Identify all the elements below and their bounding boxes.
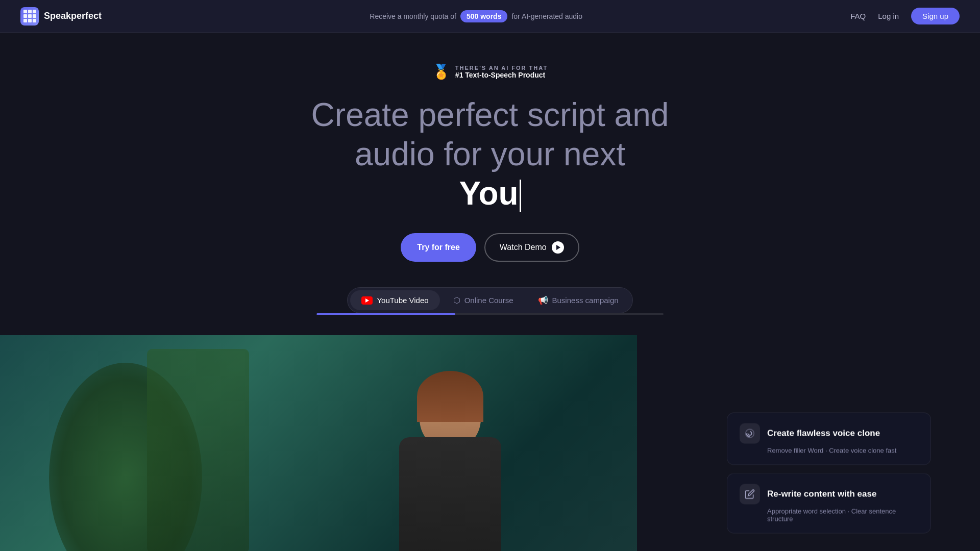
- hero-section: 🏅 THERE'S AN AI FOR THAT #1 Text-to-Spee…: [0, 33, 980, 335]
- heading-typed-line: You: [311, 174, 669, 213]
- cursor-blink: [520, 180, 521, 212]
- faq-link[interactable]: FAQ: [850, 12, 866, 20]
- nav-quota-message: Receive a monthly quota of 500 words for…: [370, 10, 582, 22]
- media-wrapper: Create flawless voice clone Remove fille…: [0, 335, 980, 551]
- award-subtitle: THERE'S AN AI FOR THAT: [455, 65, 548, 71]
- quota-prefix: Receive a monthly quota of: [370, 12, 456, 20]
- hero-heading: Create perfect script and audio for your…: [311, 95, 669, 213]
- award-title: #1 Text-to-Speech Product: [455, 71, 548, 79]
- watch-demo-button[interactable]: Watch Demo: [484, 233, 579, 262]
- logo-text: Speakperfect: [44, 11, 102, 21]
- login-link[interactable]: Log in: [878, 12, 899, 20]
- bottom-section: Create flawless voice clone Remove fille…: [0, 335, 980, 551]
- progress-track: [316, 313, 664, 315]
- progress-bar-container: [20, 313, 960, 315]
- tab-youtube-video[interactable]: YouTube Video: [350, 290, 439, 310]
- card2-title: Re-write content with ease: [767, 489, 876, 499]
- quota-suffix: for AI-generated audio: [511, 12, 582, 20]
- tab-youtube-label: YouTube Video: [377, 296, 428, 305]
- award-emoji-icon: 🏅: [432, 63, 450, 80]
- nav-logo-area: Speakperfect: [20, 7, 102, 26]
- rewrite-icon: [740, 484, 760, 505]
- heading-line2: audio for your next: [355, 136, 625, 172]
- youtube-icon: [361, 296, 373, 305]
- card1-header: Create flawless voice clone: [740, 423, 918, 444]
- voice-clone-icon: [740, 423, 760, 444]
- card2-header: Re-write content with ease: [740, 484, 918, 505]
- heading-line1: Create perfect script and: [311, 96, 669, 133]
- tab-campaign-label: Business campaign: [552, 296, 619, 305]
- nav-actions: FAQ Log in Sign up: [850, 8, 960, 24]
- navbar: Speakperfect Receive a monthly quota of …: [0, 0, 980, 33]
- signup-button[interactable]: Sign up: [911, 8, 960, 24]
- award-badge: 🏅 THERE'S AN AI FOR THAT #1 Text-to-Spee…: [432, 63, 548, 80]
- course-icon: ⬡: [453, 295, 460, 305]
- tab-business-campaign[interactable]: 📢 Business campaign: [527, 290, 630, 310]
- grid-decoration: [147, 349, 249, 551]
- feature-card-voice-clone: Create flawless voice clone Remove fille…: [727, 413, 931, 465]
- award-text: THERE'S AN AI FOR THAT #1 Text-to-Speech…: [455, 65, 548, 79]
- card1-desc: Remove filler Word · Create voice clone …: [767, 447, 918, 455]
- play-icon: [552, 241, 564, 254]
- play-triangle: [556, 245, 560, 250]
- tab-course-label: Online Course: [464, 296, 513, 305]
- campaign-icon: 📢: [538, 295, 548, 305]
- content-tabs: YouTube Video ⬡ Online Course 📢 Business…: [347, 287, 632, 313]
- try-free-button[interactable]: Try for free: [401, 233, 476, 262]
- demo-label: Watch Demo: [500, 243, 547, 252]
- typed-text: You: [459, 175, 518, 212]
- cta-buttons: Try for free Watch Demo: [401, 233, 579, 262]
- feature-card-rewrite: Re-write content with ease Appropriate w…: [727, 473, 931, 534]
- tab-online-course[interactable]: ⬡ Online Course: [442, 290, 525, 310]
- progress-fill: [316, 313, 455, 315]
- card2-desc: Appropriate word selection · Clear sente…: [767, 508, 918, 523]
- logo-icon: [20, 7, 39, 26]
- card1-title: Create flawless voice clone: [767, 429, 880, 439]
- person-area: [343, 356, 557, 551]
- quota-badge: 500 words: [460, 10, 507, 22]
- feature-cards: Create flawless voice clone Remove fille…: [727, 413, 931, 534]
